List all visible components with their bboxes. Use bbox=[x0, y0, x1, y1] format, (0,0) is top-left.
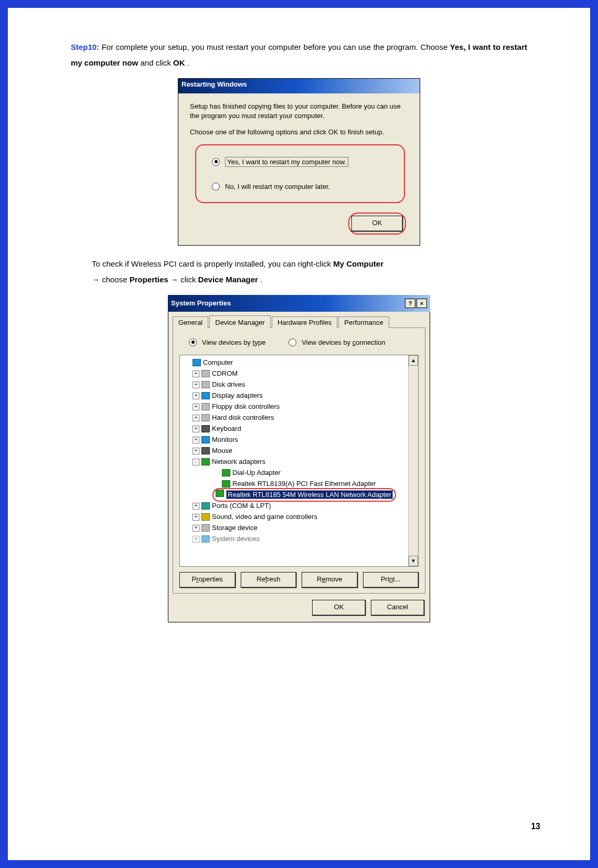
expand-icon[interactable]: + bbox=[193, 371, 199, 377]
check-devmgr: Device Manager bbox=[198, 275, 258, 284]
restart-dialog: Restarting Windows Setup has finished co… bbox=[178, 78, 420, 246]
check-paragraph: To check if Wireless PCI card is properl… bbox=[92, 256, 527, 288]
collapse-icon[interactable]: - bbox=[193, 459, 199, 465]
radio-yes-icon bbox=[212, 158, 220, 166]
step10-paragraph: Step10: For complete your setup, you mus… bbox=[71, 39, 527, 71]
tree-floppy-label: Floppy disk controllers bbox=[212, 402, 280, 412]
tree-sound-video[interactable]: +Sound, video and game controllers bbox=[181, 512, 407, 523]
radio-by-type-icon bbox=[189, 338, 197, 346]
tree-cdrom[interactable]: +CDROM bbox=[181, 368, 407, 379]
tab-performance-label: Performance bbox=[344, 319, 383, 326]
tree-root-label: Computer bbox=[203, 358, 233, 368]
arrow-1: → choose bbox=[92, 275, 130, 284]
ok-highlight-ring: OK bbox=[348, 213, 406, 235]
restart-option-yes-label: Yes, I want to restart my computer now. bbox=[225, 157, 348, 167]
sysprop-title: System Properties bbox=[171, 299, 231, 307]
expand-icon[interactable]: + bbox=[193, 437, 199, 443]
restart-option-no-label: No, I will restart my computer later. bbox=[225, 183, 330, 190]
tree-monitors-label: Monitors bbox=[212, 435, 238, 445]
tab-device-manager[interactable]: Device Manager bbox=[209, 315, 271, 328]
check-mycomputer: My Computer bbox=[333, 259, 383, 268]
expand-icon[interactable]: + bbox=[193, 514, 199, 521]
tree-cdrom-label: CDROM bbox=[212, 369, 238, 379]
tree-storage-device[interactable]: +Storage device bbox=[181, 523, 407, 534]
step-text-b: and click bbox=[141, 58, 174, 67]
expand-icon[interactable]: + bbox=[193, 415, 199, 421]
restart-dialog-titlebar: Restarting Windows bbox=[178, 79, 420, 93]
tree-display-adapters[interactable]: +Display adapters bbox=[181, 390, 407, 401]
remove-button[interactable]: Remove bbox=[302, 572, 358, 588]
properties-button[interactable]: Properties bbox=[179, 572, 236, 588]
tree-dialup-adapter[interactable]: Dial-Up Adapter bbox=[181, 468, 407, 479]
view-by-type[interactable]: View devices by type bbox=[189, 338, 265, 346]
view-by-type-label: View devices by type bbox=[202, 338, 265, 346]
tree-floppy-controllers[interactable]: +Floppy disk controllers bbox=[181, 401, 407, 412]
expand-icon[interactable]: + bbox=[193, 448, 199, 454]
check-text-a: To check if Wireless PCI card is properl… bbox=[92, 259, 333, 268]
tree-rtl8185[interactable]: Realtek RTL8185 54M Wireless LAN Network… bbox=[226, 490, 393, 499]
restart-option-yes[interactable]: Yes, I want to restart my computer now. bbox=[212, 157, 393, 167]
tab-hardware-profiles[interactable]: Hardware Profiles bbox=[272, 316, 337, 328]
tree-monitors[interactable]: +Monitors bbox=[181, 435, 407, 446]
tree-ports[interactable]: +Ports (COM & LPT) bbox=[181, 501, 407, 512]
expand-icon[interactable]: + bbox=[193, 393, 199, 399]
scroll-down-icon[interactable]: ▼ bbox=[409, 556, 418, 566]
step-bold-ok: OK bbox=[173, 58, 185, 67]
tab-general-label: General bbox=[178, 319, 202, 326]
expand-icon[interactable]: + bbox=[193, 525, 199, 532]
device-manager-panel: View devices by type View devices by con… bbox=[173, 327, 425, 594]
expand-icon[interactable]: + bbox=[193, 382, 199, 388]
sysprop-ok-button[interactable]: OK bbox=[312, 600, 366, 616]
check-end: . bbox=[260, 275, 262, 284]
print-button[interactable]: Print... bbox=[363, 572, 419, 588]
tree-keyboard-label: Keyboard bbox=[212, 424, 241, 434]
tree-scrollbar[interactable]: ▲ ▼ bbox=[408, 355, 418, 566]
tree-mouse[interactable]: +Mouse bbox=[181, 446, 407, 457]
refresh-button[interactable]: Refresh bbox=[241, 572, 297, 588]
tree-hard-disk-controllers[interactable]: +Hard disk controllers bbox=[181, 412, 407, 424]
restart-dialog-title: Restarting Windows bbox=[181, 80, 247, 88]
tree-disk-drives-label: Disk drives bbox=[212, 380, 245, 390]
view-by-connection[interactable]: View devices by connection bbox=[289, 338, 385, 346]
tab-device-manager-label: Device Manager bbox=[215, 319, 265, 326]
restart-ok-button[interactable]: OK bbox=[351, 216, 403, 231]
tab-hardware-profiles-label: Hardware Profiles bbox=[277, 319, 332, 326]
expand-icon[interactable]: + bbox=[193, 404, 199, 410]
device-tree: Computer +CDROM +Disk drives +Display ad… bbox=[179, 355, 419, 567]
close-button[interactable]: × bbox=[417, 299, 427, 308]
view-by-connection-label: View devices by connection bbox=[302, 338, 385, 346]
tree-ports-label: Ports (COM & LPT) bbox=[212, 501, 271, 511]
tree-network-adapters-label: Network adapters bbox=[212, 457, 265, 467]
expand-icon[interactable]: + bbox=[193, 503, 199, 510]
tree-network-adapters[interactable]: -Network adapters bbox=[181, 457, 407, 468]
tree-root[interactable]: Computer bbox=[181, 357, 407, 368]
tree-system-devices[interactable]: +System devices bbox=[181, 534, 407, 545]
tree-dialup-label: Dial-Up Adapter bbox=[232, 468, 281, 478]
tree-rtl8139-label: Realtek RTL8139(A) PCI Fast Ethernet Ada… bbox=[232, 479, 376, 489]
sysprop-cancel-button[interactable]: Cancel bbox=[371, 600, 424, 616]
arrow-2: → click bbox=[170, 275, 198, 284]
expand-icon[interactable]: + bbox=[193, 536, 199, 543]
tree-disk-drives[interactable]: +Disk drives bbox=[181, 379, 407, 390]
tree-sound-video-label: Sound, video and game controllers bbox=[212, 512, 317, 522]
tree-keyboard[interactable]: +Keyboard bbox=[181, 424, 407, 435]
page-number: 13 bbox=[531, 822, 540, 831]
tree-system-devices-label: System devices bbox=[212, 534, 260, 544]
step-text-c: . bbox=[187, 58, 189, 67]
help-button[interactable]: ? bbox=[405, 299, 415, 308]
expand-icon[interactable]: + bbox=[193, 426, 199, 432]
tab-general[interactable]: General bbox=[173, 316, 208, 328]
tree-mouse-label: Mouse bbox=[212, 446, 232, 456]
restart-option-no[interactable]: No, I will restart my computer later. bbox=[212, 183, 393, 190]
sysprop-titlebar: System Properties ? × bbox=[168, 295, 430, 312]
restart-hint-2: Choose one of the following options and … bbox=[190, 128, 410, 137]
tree-rtl8185-highlight: Realtek RTL8185 54M Wireless LAN Network… bbox=[181, 490, 407, 501]
step-label: Step10: bbox=[71, 43, 99, 51]
radio-by-connection-icon bbox=[289, 338, 296, 346]
radio-no-icon bbox=[212, 183, 220, 190]
tab-performance[interactable]: Performance bbox=[338, 316, 389, 328]
step-text-a: For complete your setup, you must restar… bbox=[102, 43, 450, 51]
tree-hdd-label: Hard disk controllers bbox=[212, 413, 274, 423]
tree-storage-label: Storage device bbox=[212, 523, 258, 533]
scroll-up-icon[interactable]: ▲ bbox=[409, 355, 418, 366]
